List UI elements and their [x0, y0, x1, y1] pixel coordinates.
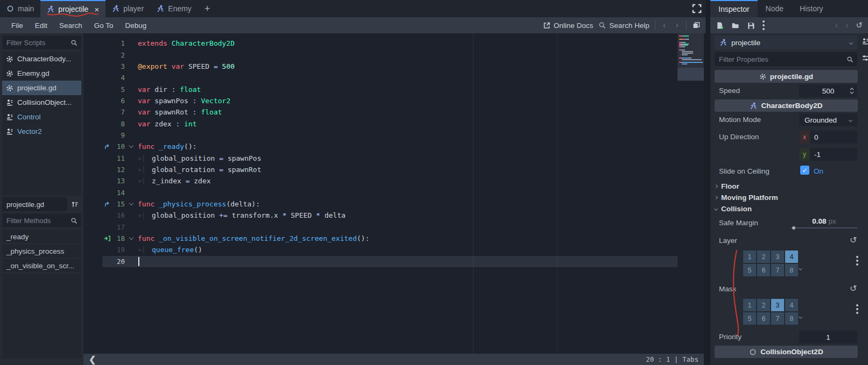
inspector-forward-icon[interactable]: › — [845, 20, 848, 30]
history-back-button[interactable]: ‹ — [661, 20, 668, 31]
script-tab-player[interactable]: player — [105, 0, 150, 17]
speed-field[interactable]: 500 — [799, 84, 857, 97]
layer-grid-cell-2[interactable]: 2 — [757, 251, 770, 263]
code-line: 14 — [83, 187, 678, 198]
open-docs-icon[interactable] — [862, 38, 868, 45]
online-docs-button[interactable]: Online Docs — [543, 22, 594, 30]
search-help-button[interactable]: Search Help — [598, 22, 649, 30]
mask-grid-cell-6[interactable]: 6 — [757, 312, 770, 325]
history-icon[interactable]: ↺ — [856, 20, 863, 30]
layer-grid-cell-7[interactable]: 7 — [771, 264, 784, 276]
slide-on-ceiling-checkbox[interactable]: ✓ — [800, 166, 809, 175]
group-moving-platform[interactable]: Moving Platform — [715, 192, 778, 203]
category-collisionobject2d: CollisionObject2D — [715, 346, 858, 358]
fullscreen-toggle-icon[interactable] — [691, 3, 702, 14]
script-item-CollisionObject-[interactable]: CollisionObject... — [2, 95, 81, 110]
code-line: 2 — [83, 49, 678, 60]
layer-grid-cell-1[interactable]: 1 — [743, 251, 756, 263]
script-item-CharacterBody-[interactable]: CharacterBody... — [2, 52, 81, 66]
load-resource-icon[interactable] — [731, 22, 739, 30]
menu-file[interactable]: File — [5, 22, 29, 30]
menu-edit[interactable]: Edit — [29, 22, 53, 30]
script-item-projectile-gd[interactable]: projectile.gd — [2, 81, 81, 95]
object-selector[interactable]: projectile — [715, 35, 857, 49]
code-editor[interactable]: 1extends CharacterBody2D23@export var SP… — [83, 33, 704, 354]
method-item[interactable]: _ready — [2, 230, 81, 244]
line-number: 9 — [113, 131, 125, 139]
fold-chevron-icon[interactable] — [125, 203, 138, 205]
new-tab-button[interactable]: + — [198, 0, 217, 17]
layer-grid-cell-3[interactable]: 3 — [771, 251, 784, 263]
extra-options-icon[interactable] — [763, 20, 765, 23]
minimap-line — [682, 63, 686, 65]
mask-grid-cell-1[interactable]: 1 — [743, 299, 756, 311]
indent-marker: »| — [138, 166, 152, 174]
collapse-sidebar-icon[interactable]: ❮ — [89, 354, 96, 364]
menu-search[interactable]: Search — [53, 22, 88, 30]
safe-margin-field[interactable]: 0.08 px — [791, 217, 857, 228]
save-resource-icon[interactable] — [747, 22, 755, 30]
code-line: 17 — [83, 221, 678, 233]
script-tab-Enemy[interactable]: Enemy — [150, 0, 198, 17]
inspector-back-icon[interactable]: ‹ — [835, 20, 838, 30]
property-tools-icon[interactable] — [862, 54, 868, 62]
scripts-panel-toggle-icon[interactable] — [692, 22, 700, 29]
mask-expand-icon[interactable] — [799, 315, 802, 319]
slider-grabber[interactable] — [792, 226, 795, 230]
inspector-tab-node[interactable]: Node — [758, 0, 792, 17]
script-item-Control[interactable]: Control — [2, 110, 81, 124]
mask-grid-cell-5[interactable]: 5 — [743, 312, 756, 325]
filter-methods-input[interactable] — [2, 217, 70, 225]
mask-grid-cell-8[interactable]: 8 — [785, 312, 798, 325]
motion-mode-dropdown[interactable]: Grounded — [799, 113, 857, 126]
method-item[interactable]: _physics_process — [2, 244, 81, 259]
layer-grid-cell-4[interactable]: 4 — [785, 251, 798, 263]
priority-field[interactable]: 1 — [799, 331, 857, 343]
script-item-Enemy-gd[interactable]: Enemy.gd — [2, 66, 81, 81]
up-direction-y-field[interactable]: y -1 — [799, 148, 857, 161]
menu-go-to[interactable]: Go To — [88, 22, 119, 30]
token: (delta): — [226, 200, 260, 208]
minimap-line — [681, 62, 702, 63]
mask-revert-icon[interactable]: ↺ — [850, 283, 857, 294]
fold-chevron-icon[interactable] — [125, 146, 138, 147]
group-collision[interactable]: Collision — [715, 203, 752, 214]
tab-close-icon[interactable]: × — [94, 5, 99, 14]
new-resource-icon[interactable] — [716, 22, 724, 30]
mask-label: Mask — [719, 285, 736, 293]
mask-grid-cell-2[interactable]: 2 — [757, 299, 770, 311]
script-tab-projectile[interactable]: projectile× — [40, 0, 105, 17]
safe-margin-slider[interactable] — [791, 227, 857, 228]
menu-debug[interactable]: Debug — [119, 22, 153, 30]
code-line: 20 — [83, 256, 678, 267]
token: (): — [184, 142, 196, 151]
mask-menu-icon[interactable] — [856, 304, 858, 306]
group-floor[interactable]: Floor — [715, 181, 739, 192]
method-item[interactable]: _on_visible_on_scr... — [2, 259, 81, 273]
script-tab-main[interactable]: main — [0, 0, 40, 17]
fold-chevron-icon[interactable] — [125, 238, 138, 239]
scene-circle-icon — [6, 5, 14, 12]
script-item-Vector2[interactable]: Vector2 — [2, 124, 81, 139]
layer-menu-icon[interactable] — [856, 256, 858, 258]
mask-grid-cell-7[interactable]: 7 — [771, 312, 784, 325]
filter-scripts-input[interactable] — [2, 39, 70, 47]
line-number: 14 — [113, 189, 125, 197]
layer-grid-cell-5[interactable]: 5 — [743, 264, 756, 276]
layer-revert-icon[interactable]: ↺ — [850, 235, 857, 245]
sort-methods-button[interactable] — [67, 201, 81, 208]
history-forward-button[interactable]: › — [673, 20, 681, 31]
minimap-grabber[interactable] — [678, 68, 704, 81]
mask-grid-cell-3[interactable]: 3 — [771, 299, 784, 311]
layer-grid-cell-6[interactable]: 6 — [757, 264, 770, 276]
spinner-icon[interactable] — [849, 87, 855, 95]
filter-properties-input[interactable] — [715, 55, 846, 63]
layer-grid-cell-8[interactable]: 8 — [785, 264, 798, 276]
layer-expand-icon[interactable] — [799, 267, 802, 270]
inspector-tab-history[interactable]: History — [792, 0, 831, 17]
mask-grid-cell-4[interactable]: 4 — [785, 299, 798, 311]
token: var — [138, 97, 154, 105]
inspector-tab-inspector[interactable]: Inspector — [710, 0, 758, 17]
safe-margin-suffix: px — [828, 217, 836, 225]
up-direction-x-field[interactable]: x 0 — [799, 131, 857, 144]
